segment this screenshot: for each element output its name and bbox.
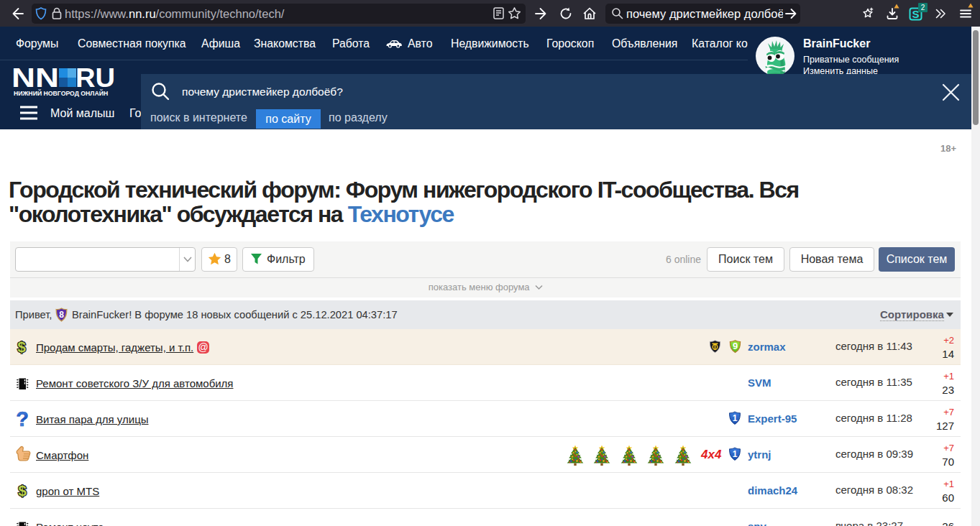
svg-text:8: 8 xyxy=(59,310,64,320)
